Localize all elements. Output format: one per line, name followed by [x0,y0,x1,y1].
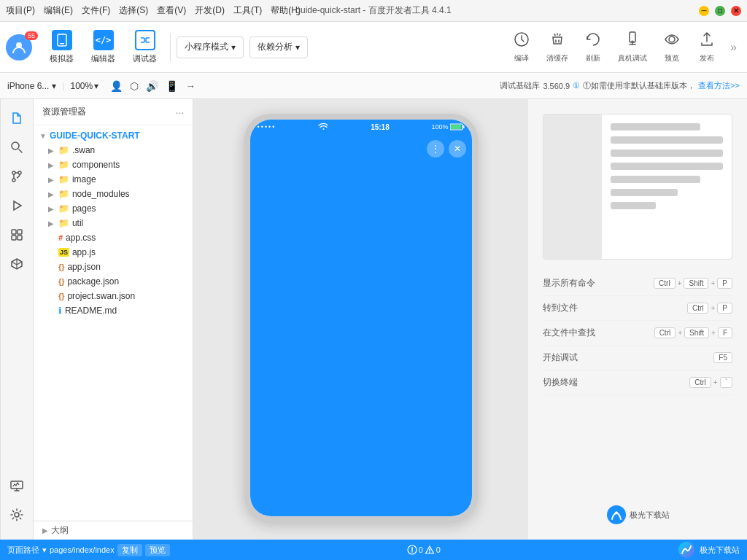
arrow-icon[interactable]: → [185,80,196,92]
key-plus-2: + [711,279,715,287]
phone-icon[interactable]: 📱 [166,80,178,92]
subtoolbar-divider: | [62,81,64,91]
device-selector[interactable]: iPhone 6... ▾ [7,81,56,91]
battery-pct: 100% [432,123,449,131]
file-tree-panel: 资源管理器 ··· ▼ GUIDE-QUICK-START ▶ 📁 .swan … [34,99,193,540]
preview-line-6 [611,189,678,196]
tree-item-node-modules[interactable]: ▶ 📁 node_modules [34,187,193,201]
menu-edit[interactable]: 编辑(E) [44,4,73,17]
compile-button[interactable]: 编译 [506,28,538,66]
menu-tools[interactable]: 工具(T) [233,4,262,17]
simulator-panel: ••••• 15:18 100% [193,99,528,540]
svg-point-5 [669,36,675,42]
publish-label: 发布 [700,53,714,63]
window-title: guide-quick-start - 百度开发者工具 4.4.1 [295,4,451,17]
bottom-logo-icon [678,541,695,559]
simulator-button[interactable]: 模拟器 [42,26,81,69]
svg-rect-20 [451,125,461,129]
copy-button[interactable]: 复制 [117,544,142,556]
tree-item-app-json[interactable]: ▶ {} app.json [34,260,193,274]
key-plus-5: + [711,329,716,337]
sidebar-item-search[interactable] [4,134,30,160]
preview-path-button[interactable]: 预览 [145,544,170,556]
preview-line-2 [611,136,723,144]
key-ctrl: Ctrl [654,278,676,289]
menu-dev[interactable]: 开发(D) [195,4,225,17]
menu-select[interactable]: 选择(S) [119,4,148,17]
watermark: 极光下载站 [606,505,670,525]
mode-selector-label: 小程序模式 [185,41,228,53]
shortcut-start-debug: 开始调试 F5 [543,346,732,370]
tree-item-image[interactable]: ▶ 📁 image [34,172,193,187]
preview-icon [663,31,681,52]
outline-section[interactable]: ▶ 大纲 [34,521,193,540]
menu-bar[interactable]: 项目(P) 编辑(E) 文件(F) 选择(S) 查看(V) 开发(D) 工具(T… [6,4,301,17]
minimize-button[interactable]: ─ [699,6,709,16]
close-button[interactable]: ✕ [731,6,741,16]
cube-icon[interactable]: ⬡ [130,80,139,92]
publish-icon [698,31,716,52]
key-plus-4: + [678,329,682,337]
phone-close-btn[interactable]: ✕ [449,140,466,158]
mode-selector[interactable]: 小程序模式 ▾ [177,36,244,58]
analysis-label: 依赖分析 [258,41,293,53]
publish-button[interactable]: 发布 [691,28,723,66]
toolbar-more-button[interactable]: » [726,38,741,57]
tree-item-package-json[interactable]: ▶ {} package.json [34,274,193,289]
editor-button[interactable]: </> 编辑器 [84,26,123,69]
menu-file[interactable]: 文件(F) [82,4,110,17]
sidebar-item-extensions[interactable] [4,222,30,248]
shortcut-keys-find-in-files: Ctrl + Shift + F [654,327,732,338]
sidebar-item-settings[interactable] [4,502,30,528]
outline-arrow: ▶ [42,526,48,534]
label-app-js: app.js [72,247,96,257]
notification-badge: 55 [25,31,38,40]
compile-label: 编译 [514,53,529,63]
tree-item-project-swan-json[interactable]: ▶ {} project.swan.json [34,289,193,303]
sidebar-item-files[interactable] [4,105,30,131]
phone-menu-btn[interactable]: ⋮ [427,140,444,158]
key-shift: Shift [684,278,708,289]
debugger-button[interactable]: 调试器 [125,26,164,69]
sidebar-item-3d[interactable] [4,251,30,277]
path-selector-arrow[interactable]: ▾ [42,545,47,555]
folder-icon-pages: 📁 [58,203,69,214]
menu-project[interactable]: 项目(P) [6,4,35,17]
bottom-logo-text: 极光下载站 [700,545,740,556]
audio-icon[interactable]: 🔊 [146,80,158,92]
lib-link[interactable]: 查看方法>> [698,80,740,91]
menu-view[interactable]: 查看(V) [157,4,186,17]
tree-item-pages[interactable]: ▶ 📁 pages [34,201,193,216]
preview-button[interactable]: 预览 [656,28,688,66]
tree-item-components[interactable]: ▶ 📁 components [34,158,193,172]
tree-item-app-js[interactable]: ▶ JS app.js [34,245,193,260]
sidebar-item-git[interactable] [4,163,30,190]
zoom-selector[interactable]: 100% ▾ [71,81,99,91]
key-p-2: P [717,303,732,314]
key-plus-6: + [713,378,718,386]
avatar-container[interactable]: 55 [6,34,35,61]
shortcut-keys-toggle-terminal: Ctrl + ` [689,377,732,388]
preview-line-5 [611,176,700,183]
shortcut-all-commands: 显示所有命令 Ctrl + Shift + P [543,271,732,296]
key-shift-2: Shift [684,327,709,338]
analysis-button[interactable]: 依赖分析 ▾ [249,36,308,58]
refresh-button[interactable]: 刷新 [577,28,609,66]
tree-item-util[interactable]: ▶ 📁 util [34,216,193,230]
tree-item-app-css[interactable]: ▶ # app.css [34,230,193,245]
maximize-button[interactable]: □ [715,6,725,16]
person-icon[interactable]: 👤 [110,80,123,92]
clear-cache-button[interactable]: 清缓存 [541,28,574,66]
tree-root[interactable]: ▼ GUIDE-QUICK-START [34,128,193,143]
sidebar-item-debug[interactable] [4,192,30,219]
analysis-arrow: ▾ [295,42,300,52]
tree-item-swan[interactable]: ▶ 📁 .swan [34,143,193,158]
logo-text: 极光下载站 [630,510,670,521]
real-device-button[interactable]: 真机调试 [612,28,653,66]
phone-controls[interactable]: ⋮ ✕ [427,140,466,158]
main-toolbar: 55 模拟器 </> 编辑器 调试器 小程序模式 ▾ 依赖分析 ▾ [0,22,747,73]
window-controls[interactable]: ─ □ ✕ [699,6,741,16]
tree-item-readme[interactable]: ▶ ℹ README.md [34,303,193,318]
file-tree-more-button[interactable]: ··· [176,106,185,118]
sidebar-item-monitor[interactable] [4,472,30,499]
